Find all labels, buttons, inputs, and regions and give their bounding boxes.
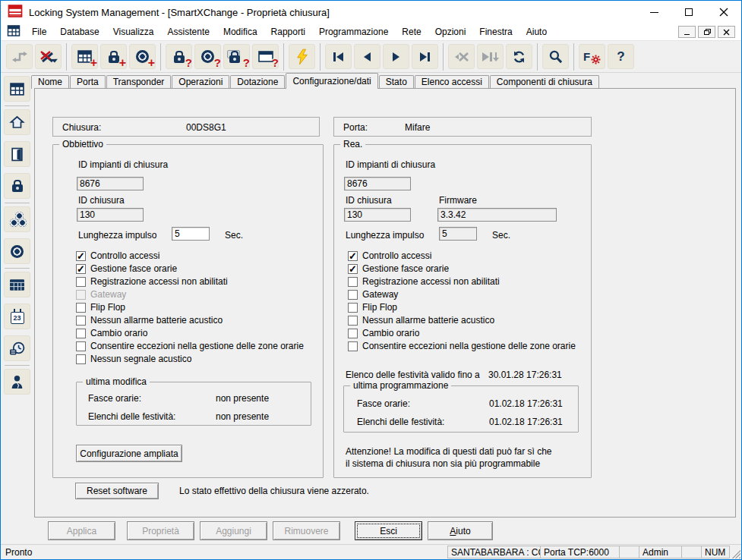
menu-aiuto[interactable]: Aiuto <box>519 24 554 39</box>
menu-file[interactable]: File <box>25 24 53 39</box>
tab-stato[interactable]: Stato <box>379 75 414 89</box>
mdi-minimize-icon <box>684 34 690 35</box>
checkbox-nessun-allarme-batterie[interactable]: Nessun allarme batterie acustico <box>348 315 494 326</box>
toolbar-last-record-button[interactable] <box>412 44 438 69</box>
first-record-icon <box>333 52 343 61</box>
toolbar-query-window-button[interactable]: ? <box>252 44 279 69</box>
sidebar-locks-button[interactable] <box>4 173 30 199</box>
tab-componenti-di-chiusura[interactable]: Componenti di chiusura <box>490 75 599 89</box>
remove-button[interactable]: Rimuovere <box>273 521 340 540</box>
toolbar-network-button[interactable] <box>6 44 33 69</box>
add-button[interactable]: Aggiungi <box>200 521 267 540</box>
software-reset-button[interactable]: Reset software <box>75 483 159 499</box>
status-ready-text: Pronto <box>5 547 32 558</box>
checkbox-controllo-accessi[interactable]: Controllo accessi <box>348 250 431 261</box>
sidebar-holiday-list-button[interactable]: 23 <box>4 304 30 329</box>
actual-pulse-label: Lunghezza impulso <box>346 230 424 241</box>
maximize-icon <box>685 8 693 16</box>
checkbox-gateway[interactable]: Gateway <box>348 289 398 300</box>
minimize-button[interactable] <box>636 1 671 24</box>
toolbar-read-mifare-lock-button[interactable]: ? <box>223 44 250 69</box>
checkbox-nessun-segnale-acustico[interactable]: Nessun segnale acustico <box>76 354 191 364</box>
toolbar-refresh-button[interactable] <box>506 44 532 69</box>
checkbox-consentire-eccezioni[interactable]: Consentire eccezioni nella gestione dell… <box>76 341 304 351</box>
checkbox-registrazione-accessi[interactable]: Registrazione accessi non abilitati <box>76 276 228 287</box>
toolbar-filter-button[interactable]: F <box>579 44 605 69</box>
checkbox-controllo-accessi[interactable]: Controllo accessi <box>76 250 159 261</box>
checkbox-gestione-fasce-orarie[interactable]: Gestione fasce orarie <box>76 263 177 274</box>
toolbar-new-locking-system-button[interactable]: + <box>71 44 98 69</box>
tab-transponder[interactable]: Transponder <box>106 75 172 89</box>
checkbox-icon <box>76 329 86 338</box>
properties-button[interactable]: Proprietà <box>127 521 194 540</box>
sidebar-time-groups-button[interactable] <box>4 335 30 361</box>
filter-gear-icon <box>591 55 601 64</box>
tab-configurazione-dati[interactable]: Configurazione/dati <box>286 73 377 89</box>
mdi-close-button[interactable] <box>718 26 735 38</box>
toolbar-disconnect-button[interactable] <box>35 44 62 69</box>
toolbar-skip-record-button[interactable] <box>477 44 504 69</box>
plus-overlay-icon: + <box>90 57 97 69</box>
menu-rete[interactable]: Rete <box>395 24 428 39</box>
question-overlay-icon: ? <box>185 57 192 68</box>
checkbox-gateway[interactable]: Gateway <box>76 289 126 300</box>
toolbar-program-button[interactable] <box>289 44 315 69</box>
extended-configuration-button[interactable]: Configurazione ampliata <box>76 445 182 462</box>
toolbar-new-lock-button[interactable]: + <box>100 44 127 69</box>
checkbox-flip-flop[interactable]: Flip Flop <box>348 302 397 313</box>
toolbar-read-transponder-button[interactable]: ? <box>194 44 221 69</box>
menu-rapporti[interactable]: Rapporti <box>264 24 312 39</box>
mdi-restore-button[interactable] <box>698 26 715 38</box>
help-button[interactable]: Aiuto <box>428 521 493 540</box>
checkbox-cambio-orario[interactable]: Cambio orario <box>348 328 419 338</box>
menu-assistente[interactable]: Assistente <box>161 24 216 39</box>
sidebar-users-button[interactable] <box>4 369 30 395</box>
checkbox-registrazione-accessi[interactable]: Registrazione accessi non abilitati <box>348 276 500 287</box>
menu-programmazione[interactable]: Programmazione <box>312 24 395 39</box>
apply-button[interactable]: Applica <box>48 521 115 540</box>
menu-finestra[interactable]: Finestra <box>472 24 519 39</box>
menu-opzioni[interactable]: Opzioni <box>428 24 473 39</box>
toolbar-new-transponder-button[interactable]: + <box>129 44 156 69</box>
exit-button[interactable]: Esci <box>355 521 422 540</box>
help-icon: ? <box>617 49 624 64</box>
sidebar-matrix-button[interactable] <box>4 76 30 102</box>
checkbox-consentire-eccezioni[interactable]: Consentire eccezioni nella gestione dell… <box>348 341 576 351</box>
toolbar: + + + ? ? ? ? <box>1 41 741 73</box>
toolbar-help-button[interactable]: ? <box>608 44 634 69</box>
tab-dotazione[interactable]: Dotazione <box>230 75 285 89</box>
sidebar-areas-button[interactable] <box>4 109 30 135</box>
menu-visualizza[interactable]: Visualizza <box>106 24 161 39</box>
close-button[interactable] <box>706 1 741 24</box>
tab-porta[interactable]: Porta <box>70 75 106 89</box>
maximize-button[interactable] <box>671 1 706 24</box>
target-pulse-field[interactable]: 5 <box>172 227 210 241</box>
close-icon <box>719 8 728 17</box>
checkbox-icon <box>76 303 86 313</box>
menu-modifica[interactable]: Modifica <box>216 24 264 39</box>
target-lsid-field: 8676 <box>77 177 144 190</box>
tab-nome[interactable]: Nome <box>31 75 69 89</box>
checkbox-flip-flop[interactable]: Flip Flop <box>76 302 125 313</box>
toolbar-next-record-button[interactable] <box>383 44 409 69</box>
tab-operazioni[interactable]: Operazioni <box>172 75 229 89</box>
checkbox-gestione-fasce-orarie[interactable]: Gestione fasce orarie <box>348 263 449 274</box>
sidebar-transponder-groups-button[interactable] <box>4 206 30 232</box>
toolbar-first-record-button[interactable] <box>325 44 352 69</box>
checkbox-nessun-allarme-batterie[interactable]: Nessun allarme batterie acustico <box>76 315 223 326</box>
menu-database[interactable]: Database <box>53 24 106 39</box>
door-name-box: Porta: Mifare <box>333 117 592 137</box>
sidebar-doors-button[interactable] <box>4 141 30 167</box>
toolbar-previous-record-button[interactable] <box>354 44 380 69</box>
sidebar-timezone-plan-button[interactable] <box>4 272 30 297</box>
schedule-icon <box>9 278 25 291</box>
toolbar-read-lock-button[interactable]: ? <box>166 44 192 69</box>
resize-grip[interactable] <box>731 549 740 558</box>
checkbox-cambio-orario[interactable]: Cambio orario <box>76 328 147 338</box>
question-overlay-icon: ? <box>214 57 221 68</box>
toolbar-cancel-button[interactable] <box>448 44 475 69</box>
mdi-minimize-button[interactable] <box>678 26 696 38</box>
sidebar-transponders-button[interactable] <box>4 238 30 264</box>
tab-elenco-accessi[interactable]: Elenco accessi <box>415 75 489 89</box>
toolbar-search-button[interactable] <box>542 44 569 69</box>
